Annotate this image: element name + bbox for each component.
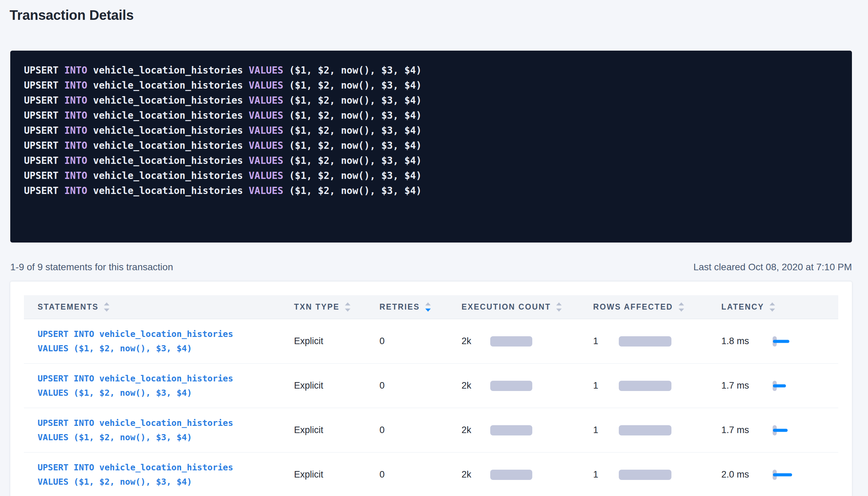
sort-asc-icon[interactable] — [770, 302, 775, 305]
sort-desc-icon[interactable] — [345, 309, 350, 312]
sql-statement-line: UPSERT INTO vehicle_location_histories V… — [24, 123, 838, 138]
sql-statement-line: UPSERT INTO vehicle_location_histories V… — [24, 138, 838, 153]
transaction-details-page: Transaction Details UPSERT INTO vehicle_… — [0, 0, 868, 496]
latency-cell: 1.7 ms — [715, 364, 838, 408]
table-row: UPSERT INTO vehicle_location_historiesVA… — [24, 408, 838, 453]
sort-asc-icon[interactable] — [425, 302, 431, 305]
statement-link[interactable]: UPSERT INTO vehicle_location_historiesVA… — [38, 327, 233, 356]
sql-statements-box: UPSERT INTO vehicle_location_histories V… — [10, 51, 852, 243]
rows-affected-cell: 1 — [586, 319, 715, 363]
sort-arrows-icon[interactable] — [104, 302, 109, 312]
sql-statement-line: UPSERT INTO vehicle_location_histories V… — [24, 183, 838, 198]
column-header-label: ROWS AFFECTED — [593, 302, 673, 312]
statement-link[interactable]: UPSERT INTO vehicle_location_historiesVA… — [38, 371, 233, 400]
execution-count-cell: 2k — [455, 319, 586, 363]
latency-value: 1.7 ms — [721, 380, 749, 391]
sort-asc-icon[interactable] — [104, 302, 109, 305]
sql-statement-line: UPSERT INTO vehicle_location_histories V… — [24, 168, 838, 183]
sql-statement-line: UPSERT INTO vehicle_location_histories V… — [24, 108, 838, 123]
statements-summary-row: 1-9 of 9 statements for this transaction… — [10, 262, 852, 273]
statement-cell: UPSERT INTO vehicle_location_historiesVA… — [24, 453, 287, 496]
column-header-statements[interactable]: STATEMENTS — [24, 302, 287, 312]
txn-type-cell: Explicit — [287, 408, 373, 452]
sort-asc-icon[interactable] — [556, 302, 562, 305]
rows-affected-cell: 1 — [586, 453, 715, 496]
execution-count-bar — [490, 336, 532, 347]
retries-cell: 0 — [373, 364, 455, 408]
statement-cell: UPSERT INTO vehicle_location_historiesVA… — [24, 319, 287, 363]
column-header-latency[interactable]: LATENCY — [715, 302, 838, 312]
execution-count-cell: 2k — [455, 364, 586, 408]
rows-affected-value: 1 — [593, 336, 598, 347]
sort-desc-icon[interactable] — [770, 309, 775, 312]
latency-bar-chart — [773, 470, 797, 480]
execution-count-bar — [490, 381, 532, 391]
latency-value: 1.8 ms — [721, 336, 749, 347]
statement-link[interactable]: UPSERT INTO vehicle_location_historiesVA… — [38, 460, 233, 489]
column-header-label: EXECUTION COUNT — [462, 302, 551, 312]
sort-arrows-icon[interactable] — [425, 302, 431, 312]
execution-count-value: 2k — [462, 425, 471, 435]
retries-cell: 0 — [373, 453, 455, 496]
sort-desc-icon[interactable] — [556, 309, 562, 312]
statement-cell: UPSERT INTO vehicle_location_historiesVA… — [24, 408, 287, 452]
execution-count-value: 2k — [462, 469, 471, 480]
latency-value: 1.7 ms — [721, 425, 749, 435]
sort-arrows-icon[interactable] — [345, 302, 350, 312]
execution-count-cell: 2k — [455, 408, 586, 452]
latency-value: 2.0 ms — [721, 469, 749, 480]
rows-affected-value: 1 — [593, 469, 598, 480]
sort-desc-icon[interactable] — [104, 309, 109, 312]
execution-count-cell: 2k — [455, 453, 586, 496]
sql-statement-line: UPSERT INTO vehicle_location_histories V… — [24, 63, 838, 78]
sort-desc-icon[interactable] — [425, 309, 431, 312]
sql-statement-line: UPSERT INTO vehicle_location_histories V… — [24, 78, 838, 93]
statements-table-card: STATEMENTS TXN TYPE RETRIES EXECUTION CO… — [10, 282, 852, 496]
rows-affected-bar — [619, 336, 671, 347]
latency-cell: 1.8 ms — [715, 319, 838, 363]
rows-affected-bar — [619, 470, 671, 480]
latency-bar — [773, 429, 788, 432]
column-header-label: STATEMENTS — [38, 302, 98, 312]
table-header-row: STATEMENTS TXN TYPE RETRIES EXECUTION CO… — [24, 295, 838, 319]
column-header-label: LATENCY — [721, 302, 764, 312]
rows-affected-cell: 1 — [586, 364, 715, 408]
sort-asc-icon[interactable] — [345, 302, 350, 305]
rows-affected-bar — [619, 381, 671, 391]
column-header-rows-affected[interactable]: ROWS AFFECTED — [586, 302, 715, 312]
latency-bar-chart — [773, 336, 797, 347]
latency-bar — [773, 340, 789, 343]
latency-bar-chart — [773, 425, 797, 435]
rows-affected-bar — [619, 425, 671, 435]
sort-asc-icon[interactable] — [679, 302, 684, 305]
execution-count-value: 2k — [462, 336, 471, 347]
statement-link[interactable]: UPSERT INTO vehicle_location_historiesVA… — [38, 416, 233, 445]
column-header-retries[interactable]: RETRIES — [373, 302, 455, 312]
sql-statement-line: UPSERT INTO vehicle_location_histories V… — [24, 153, 838, 168]
sort-arrows-icon[interactable] — [679, 302, 684, 312]
page-title: Transaction Details — [10, 7, 852, 23]
column-header-execution-count[interactable]: EXECUTION COUNT — [455, 302, 586, 312]
latency-bar — [773, 473, 792, 476]
table-row: UPSERT INTO vehicle_location_historiesVA… — [24, 364, 838, 408]
execution-count-bar — [490, 470, 532, 480]
txn-type-cell: Explicit — [287, 453, 373, 496]
statement-cell: UPSERT INTO vehicle_location_historiesVA… — [24, 364, 287, 408]
column-header-txn-type[interactable]: TXN TYPE — [287, 302, 373, 312]
rows-affected-value: 1 — [593, 425, 598, 435]
retries-cell: 0 — [373, 319, 455, 363]
latency-cell: 2.0 ms — [715, 453, 838, 496]
table-row: UPSERT INTO vehicle_location_historiesVA… — [24, 453, 838, 496]
rows-affected-cell: 1 — [586, 408, 715, 452]
rows-affected-value: 1 — [593, 380, 598, 391]
sort-arrows-icon[interactable] — [556, 302, 562, 312]
execution-count-value: 2k — [462, 380, 471, 391]
sort-arrows-icon[interactable] — [770, 302, 775, 312]
table-row: UPSERT INTO vehicle_location_historiesVA… — [24, 319, 838, 364]
statements-table-body: UPSERT INTO vehicle_location_historiesVA… — [24, 319, 838, 496]
latency-bar-chart — [773, 381, 797, 391]
txn-type-cell: Explicit — [287, 319, 373, 363]
last-cleared-text: Last cleared Oct 08, 2020 at 7:10 PM — [693, 262, 852, 273]
execution-count-bar — [490, 425, 532, 435]
sort-desc-icon[interactable] — [679, 309, 684, 312]
